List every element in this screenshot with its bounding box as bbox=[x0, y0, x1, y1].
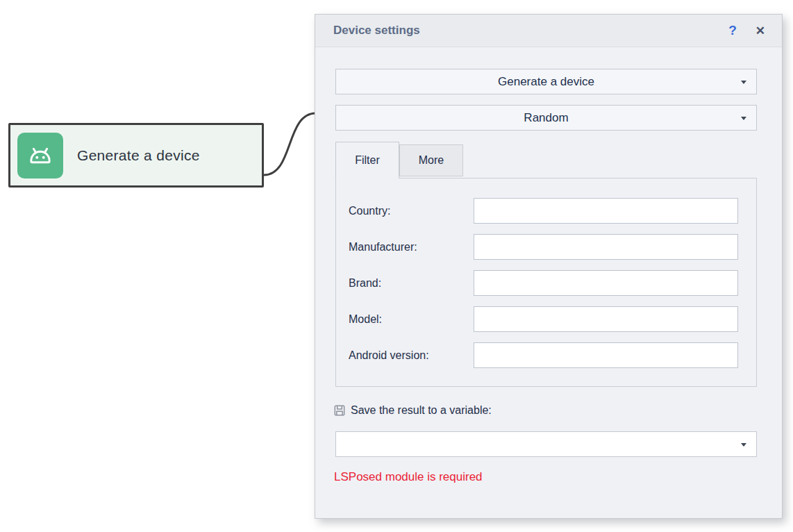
tab-more[interactable]: More bbox=[399, 144, 463, 176]
help-icon[interactable]: ? bbox=[728, 23, 737, 38]
dialog-titlebar[interactable]: Device settings ? ✕ bbox=[315, 15, 782, 47]
tab-more-label: More bbox=[419, 154, 444, 167]
filter-groupbox: Country: Manufacturer: Brand: Model: And… bbox=[335, 178, 757, 387]
android-version-label: Android version: bbox=[349, 342, 429, 368]
country-label: Country: bbox=[349, 198, 390, 224]
workspace-canvas: Generate a device Device settings ? ✕ Ge… bbox=[0, 0, 793, 532]
action-node-generate-device[interactable]: Generate a device bbox=[8, 123, 264, 188]
model-label: Model: bbox=[349, 306, 382, 332]
tab-filter[interactable]: Filter bbox=[335, 142, 399, 178]
field-row-model: Model: bbox=[336, 306, 756, 332]
chevron-down-icon bbox=[741, 443, 746, 447]
save-icon bbox=[333, 404, 347, 417]
field-row-country: Country: bbox=[336, 198, 756, 224]
action-select[interactable]: Generate a device bbox=[335, 69, 757, 94]
country-input[interactable] bbox=[474, 198, 738, 224]
manufacturer-input[interactable] bbox=[474, 234, 738, 260]
chevron-down-icon bbox=[741, 81, 746, 84]
action-select-value: Generate a device bbox=[498, 75, 594, 89]
close-icon[interactable]: ✕ bbox=[756, 24, 765, 38]
field-row-manufacturer: Manufacturer: bbox=[336, 234, 756, 260]
manufacturer-label: Manufacturer: bbox=[349, 234, 417, 260]
mode-select[interactable]: Random bbox=[335, 105, 757, 131]
dialog-title: Device settings bbox=[315, 24, 420, 38]
tab-filter-label: Filter bbox=[355, 154, 380, 167]
model-input[interactable] bbox=[474, 306, 738, 332]
android-icon bbox=[17, 133, 63, 178]
variable-select[interactable] bbox=[335, 431, 757, 457]
save-variable-row: Save the result to a variable: bbox=[333, 401, 492, 419]
brand-label: Brand: bbox=[349, 270, 381, 296]
field-row-android-version: Android version: bbox=[336, 342, 756, 368]
node-label: Generate a device bbox=[77, 147, 200, 164]
device-settings-dialog: Device settings ? ✕ Generate a device Ra… bbox=[315, 14, 783, 519]
android-version-input[interactable] bbox=[474, 342, 738, 368]
node-connector-wire bbox=[260, 103, 323, 181]
brand-input[interactable] bbox=[474, 270, 738, 296]
titlebar-actions: ? ✕ bbox=[728, 23, 782, 38]
chevron-down-icon bbox=[741, 117, 746, 120]
mode-select-value: Random bbox=[524, 111, 568, 125]
field-row-brand: Brand: bbox=[336, 270, 756, 296]
save-variable-label: Save the result to a variable: bbox=[351, 404, 492, 417]
warning-message: LSPosed module is required bbox=[334, 470, 483, 484]
